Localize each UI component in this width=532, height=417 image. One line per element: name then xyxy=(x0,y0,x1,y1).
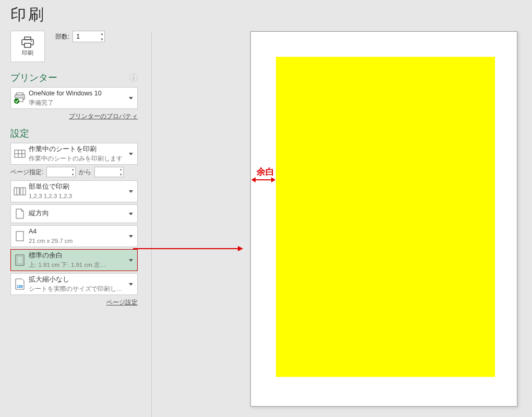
print-button-label: 印刷 xyxy=(22,49,33,57)
print-what-title: 作業中のシートを印刷 xyxy=(29,145,128,154)
scale-title: 拡大縮小なし xyxy=(29,275,128,285)
margin-sub: 上: 1.91 cm 下: 1.91 cm 左… xyxy=(29,261,128,269)
pages-to-up[interactable]: ▲ xyxy=(118,167,123,171)
scale-sub: シートを実際のサイズで印刷します xyxy=(29,285,128,293)
orientation-select[interactable]: 縦方向 xyxy=(10,204,138,223)
collate-sub: 1,2,3 1,2,3 1,2,3 xyxy=(29,192,128,200)
print-what-select[interactable]: 作業中のシートを印刷 作業中のシートのみを印刷します xyxy=(10,143,138,165)
print-button[interactable]: 印刷 xyxy=(10,31,45,62)
printer-status: 準備完了 xyxy=(29,99,128,107)
page-setup-link[interactable]: ページ設定 xyxy=(106,299,138,306)
margin-title: 標準の余白 xyxy=(29,251,128,261)
svg-rect-5 xyxy=(17,93,23,95)
portrait-icon xyxy=(16,208,24,219)
pages-from-up[interactable]: ▲ xyxy=(70,167,75,171)
preview-content xyxy=(276,57,495,377)
svg-rect-2 xyxy=(25,43,31,47)
chevron-down-icon xyxy=(129,97,133,100)
svg-point-7 xyxy=(14,99,19,104)
copies-label: 部数: xyxy=(55,32,69,41)
printer-section-title: プリンター xyxy=(10,71,57,84)
chevron-down-icon xyxy=(129,259,133,262)
pages-to-down[interactable]: ▼ xyxy=(118,173,123,177)
pages-label: ページ指定: xyxy=(10,168,43,177)
print-what-sub: 作業中のシートのみを印刷します xyxy=(29,154,128,163)
page-icon xyxy=(16,231,24,241)
pages-to-label: から xyxy=(79,168,91,177)
svg-text:100: 100 xyxy=(17,285,23,288)
paper-size-select[interactable]: A4 21 cm x 29.7 cm xyxy=(10,225,138,247)
svg-rect-18 xyxy=(17,256,22,264)
printer-icon xyxy=(21,36,34,48)
annotation-margin-label: 余白 xyxy=(257,166,274,178)
copies-increase-button[interactable]: ▲ xyxy=(99,31,104,36)
grid-icon xyxy=(14,150,26,158)
scale-icon: 100 xyxy=(15,278,25,290)
printer-select[interactable]: OneNote for Windows 10 準備完了 xyxy=(10,87,138,109)
settings-section-title: 設定 xyxy=(10,127,29,140)
scaling-select[interactable]: 100 拡大縮小なし シートを実際のサイズで印刷します xyxy=(10,273,138,295)
margin-select[interactable]: 標準の余白 上: 1.91 cm 下: 1.91 cm 左… xyxy=(10,249,138,271)
chevron-down-icon xyxy=(129,235,133,238)
collate-title: 部単位で印刷 xyxy=(29,182,128,192)
print-preview xyxy=(250,31,517,407)
printer-properties-link[interactable]: プリンターのプロパティ xyxy=(69,113,138,120)
chevron-down-icon xyxy=(129,190,133,193)
annotation-margin-arrow xyxy=(252,179,275,180)
chevron-down-icon xyxy=(129,213,133,215)
paper-title: A4 xyxy=(29,227,128,237)
page-range-row: ページ指定: ▲ ▼ から ▲ ▼ xyxy=(10,167,138,177)
page-title: 印刷 xyxy=(0,0,532,26)
copies-decrease-button[interactable]: ▼ xyxy=(99,37,104,42)
collate-icon xyxy=(14,187,26,196)
pane-divider xyxy=(151,31,152,417)
chevron-down-icon xyxy=(129,283,133,286)
printer-name: OneNote for Windows 10 xyxy=(29,89,128,99)
collate-select[interactable]: 部単位で印刷 1,2,3 1,2,3 1,2,3 xyxy=(10,180,138,202)
printer-ready-icon xyxy=(14,92,26,104)
chevron-down-icon xyxy=(129,153,133,155)
margin-icon xyxy=(15,254,25,266)
paper-sub: 21 cm x 29.7 cm xyxy=(29,237,128,245)
annotation-pointer-arrow xyxy=(133,248,243,249)
info-icon[interactable]: i xyxy=(129,73,138,82)
pages-from-down[interactable]: ▼ xyxy=(70,173,75,177)
svg-rect-16 xyxy=(16,231,23,241)
orientation-title: 縦方向 xyxy=(29,209,128,218)
svg-point-3 xyxy=(31,41,32,42)
